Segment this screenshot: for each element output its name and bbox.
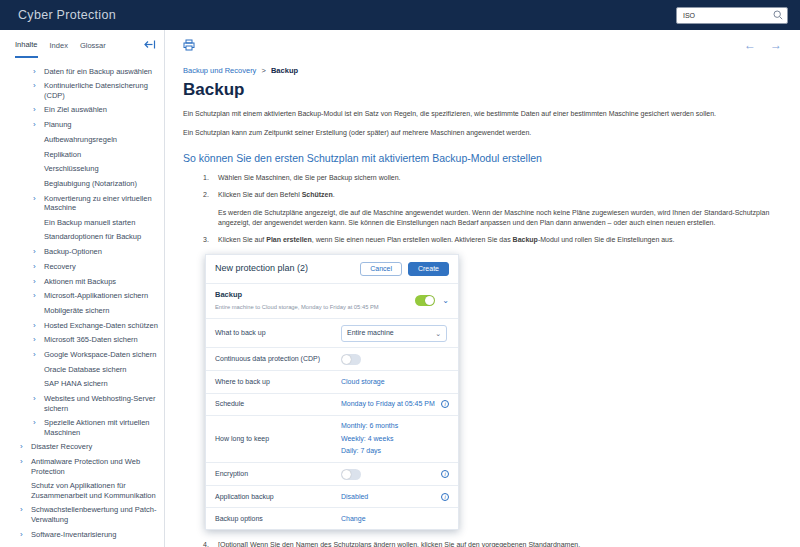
sidebar-item[interactable]: › Ein Ziel auswählen <box>0 103 160 118</box>
tab-glossar[interactable]: Glossar <box>80 32 106 57</box>
sidebar-nav: › Daten für ein Backup auswählen › Konti… <box>0 58 164 547</box>
search-box[interactable] <box>676 7 788 24</box>
sidebar-item[interactable]: › Websites und Webhosting-Server sichern <box>0 391 160 415</box>
sidebar-item[interactable]: › Microsoft-Applikationen sichern <box>0 289 160 304</box>
print-icon[interactable] <box>183 39 195 51</box>
history-arrows: ← → <box>744 39 792 51</box>
chevron-right-icon: › <box>33 291 44 301</box>
sidebar-item[interactable]: › Backup-Optionen <box>0 245 160 260</box>
application-backup-link[interactable]: Disabled <box>341 492 368 502</box>
forward-icon[interactable]: → <box>770 39 782 51</box>
sidebar-item-label: Ein Ziel auswählen <box>44 105 160 115</box>
row-encryption: Encryption i <box>206 462 458 485</box>
info-icon[interactable]: i <box>441 493 449 501</box>
sidebar-item[interactable]: Verschlüsselung <box>0 162 160 177</box>
retention-daily-link[interactable]: Daily: 7 days <box>341 446 398 456</box>
sidebar-item[interactable]: › Schwachstellenbewertung und Patch-Verw… <box>0 503 160 527</box>
back-icon[interactable]: ← <box>744 39 756 51</box>
page-title: Backup <box>183 80 792 100</box>
backup-options-change-link[interactable]: Change <box>341 514 366 524</box>
cancel-button[interactable]: Cancel <box>360 262 402 276</box>
cdp-toggle[interactable] <box>341 354 361 365</box>
chevron-down-icon[interactable]: ⌄ <box>442 298 449 304</box>
row-what-to-back-up: What to back up Entire machine⌄ <box>206 318 458 347</box>
steps-list: Wählen Sie Maschinen, die Sie per Backup… <box>183 173 792 547</box>
sidebar-item-label: Standardoptionen für Backup <box>44 232 160 242</box>
sidebar-item-label: SAP HANA sichern <box>44 379 160 389</box>
sidebar-item-label: Hosted Exchange-Daten schützen <box>44 321 160 331</box>
sidebar-item[interactable]: SAP HANA sichern <box>0 377 160 392</box>
chevron-right-icon: › <box>33 321 44 331</box>
sidebar-item[interactable]: › Microsoft 365-Daten sichern <box>0 333 160 348</box>
sidebar-item[interactable]: › Daten für ein Backup auswählen <box>0 64 160 79</box>
chevron-right-icon: › <box>33 120 44 130</box>
search-input[interactable] <box>683 12 773 19</box>
chevron-right-icon: › <box>33 247 44 257</box>
info-icon[interactable]: i <box>441 400 449 408</box>
sidebar-item-label: Google Workspace-Daten sichern <box>44 350 160 360</box>
breadcrumb: Backup und Recovery > Backup <box>183 66 792 75</box>
create-button[interactable]: Create <box>408 262 449 276</box>
app-header: Cyber Protection <box>0 0 800 30</box>
retention-monthly-link[interactable]: Monthly: 6 months <box>341 421 398 431</box>
sidebar-item[interactable]: › Konvertierung zu einer virtuellen Masc… <box>0 191 160 215</box>
row-backup-options: Backup options Change <box>206 507 458 529</box>
intro-paragraph-1: Ein Schutzplan mit einem aktivierten Bac… <box>183 109 792 119</box>
sidebar-item[interactable]: › Planung <box>0 118 160 133</box>
sidebar-item-label: Ein Backup manuell starten <box>44 218 160 228</box>
app-title: Cyber Protection <box>18 8 116 22</box>
sidebar-item[interactable]: Mobilgeräte sichern <box>0 303 160 318</box>
tab-index[interactable]: Index <box>50 32 68 57</box>
sidebar-item-label: Microsoft-Applikationen sichern <box>44 291 160 301</box>
sidebar-item-label: Microsoft 365-Daten sichern <box>44 335 160 345</box>
sidebar-item[interactable]: Standardoptionen für Backup <box>0 230 160 245</box>
sidebar-item[interactable]: Replikation <box>0 147 160 162</box>
breadcrumb-link-parent[interactable]: Backup und Recovery <box>183 66 256 75</box>
sidebar-item[interactable]: › Antimalware Protection und Web Protect… <box>0 455 160 479</box>
backup-module-header: Backup Entire machine to Cloud storage, … <box>206 283 458 318</box>
sidebar-item[interactable]: Aufbewahrungsregeln <box>0 132 160 147</box>
sidebar-item-label: Beglaubigung (Notarization) <box>44 179 160 189</box>
sidebar-item[interactable]: Schutz von Applikationen für Zusammenarb… <box>0 479 160 503</box>
chevron-right-icon: › <box>33 81 44 100</box>
backup-toggle[interactable] <box>415 295 435 306</box>
sidebar-item[interactable]: › Kontinuierliche Datensicherung (CDP) <box>0 79 160 103</box>
sidebar-item-label: Software-Inventarisierung <box>31 530 160 540</box>
backup-module-subtitle: Entire machine to Cloud storage, Monday … <box>215 303 415 311</box>
info-icon[interactable]: i <box>441 470 449 478</box>
step-3: Klicken Sie auf Plan erstellen, wenn Sie… <box>183 235 792 531</box>
sidebar-item-label: Planung <box>44 120 160 130</box>
sidebar-item[interactable]: › Disaster Recovery <box>0 440 160 455</box>
sidebar-item-label: Backup-Optionen <box>44 247 160 257</box>
step-2: Klicken Sie auf den Befehl Schützen. Es … <box>183 190 792 227</box>
chevron-right-icon: › <box>20 505 31 524</box>
backup-module-title: Backup <box>215 290 415 301</box>
what-to-backup-select[interactable]: Entire machine⌄ <box>341 325 447 342</box>
chevron-right-icon: › <box>33 262 44 272</box>
row-cdp: Continuous data protection (CDP) <box>206 347 458 370</box>
collapse-sidebar-icon[interactable] <box>144 40 156 49</box>
sidebar-item-label: Disaster Recovery <box>31 442 160 452</box>
sidebar-item[interactable]: Ein Backup manuell starten <box>0 215 160 230</box>
sidebar-item[interactable]: Oracle Database sichern <box>0 362 160 377</box>
chevron-right-icon: › <box>33 394 44 413</box>
sidebar-item[interactable]: › Aktionen mit Backups <box>0 274 160 289</box>
sidebar-item[interactable]: Beglaubigung (Notarization) <box>0 176 160 191</box>
chevron-right-icon: › <box>33 105 44 115</box>
sidebar-item-label: Antimalware Protection und Web Protectio… <box>31 457 160 476</box>
sidebar-item[interactable]: › Recovery <box>0 259 160 274</box>
chevron-right-icon: › <box>20 530 31 540</box>
sidebar-item[interactable]: › Google Workspace-Daten sichern <box>0 347 160 362</box>
encryption-toggle[interactable] <box>341 469 361 480</box>
sidebar-item[interactable]: › Software-Inventarisierung <box>0 527 160 542</box>
where-to-backup-link[interactable]: Cloud storage <box>341 377 385 387</box>
search-icon[interactable] <box>773 10 783 20</box>
sidebar-item-label: Schwachstellenbewertung und Patch-Verwal… <box>31 505 160 524</box>
sidebar-item[interactable]: › Hosted Exchange-Daten schützen <box>0 318 160 333</box>
schedule-link[interactable]: Monday to Friday at 05:45 PM <box>341 399 435 409</box>
retention-weekly-link[interactable]: Weekly: 4 weeks <box>341 434 398 444</box>
row-schedule: Schedule Monday to Friday at 05:45 PM i <box>206 393 458 415</box>
sidebar-item[interactable]: › Spezielle Aktionen mit virtuellen Masc… <box>0 416 160 440</box>
step-2-note: Es werden die Schutzpläne angezeigt, die… <box>218 208 792 228</box>
tab-inhalte[interactable]: Inhalte <box>15 31 38 58</box>
